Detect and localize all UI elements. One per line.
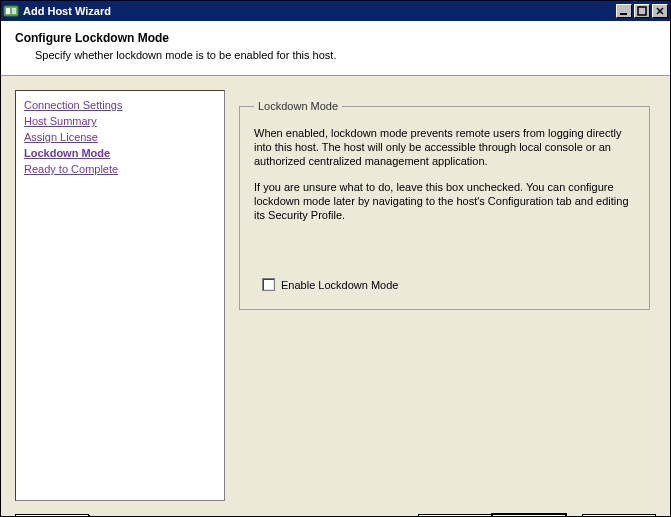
enable-lockdown-checkbox[interactable] bbox=[262, 278, 275, 291]
svg-rect-4 bbox=[638, 7, 646, 15]
lockdown-mode-group: Lockdown Mode When enabled, lockdown mod… bbox=[239, 100, 650, 310]
step-ready-to-complete[interactable]: Ready to Complete bbox=[24, 161, 216, 177]
window-title: Add Host Wizard bbox=[23, 5, 614, 17]
close-button[interactable] bbox=[652, 4, 668, 18]
group-legend: Lockdown Mode bbox=[254, 100, 342, 112]
window-controls bbox=[614, 4, 668, 18]
svg-rect-2 bbox=[12, 8, 16, 14]
wizard-footer: Help < Back Next > Cancel bbox=[1, 501, 670, 517]
minimize-button[interactable] bbox=[616, 4, 632, 18]
wizard-header: Configure Lockdown Mode Specify whether … bbox=[1, 21, 670, 76]
svg-rect-1 bbox=[6, 8, 10, 14]
step-assign-license[interactable]: Assign License bbox=[24, 129, 216, 145]
maximize-button[interactable] bbox=[634, 4, 650, 18]
svg-rect-3 bbox=[620, 13, 627, 15]
titlebar: Add Host Wizard bbox=[1, 1, 670, 21]
step-host-summary[interactable]: Host Summary bbox=[24, 113, 216, 129]
step-connection-settings[interactable]: Connection Settings bbox=[24, 97, 216, 113]
wizard-body: Connection Settings Host Summary Assign … bbox=[1, 76, 670, 501]
app-icon bbox=[3, 3, 19, 19]
content-pane: Lockdown Mode When enabled, lockdown mod… bbox=[233, 90, 656, 501]
lockdown-description-1: When enabled, lockdown mode prevents rem… bbox=[254, 126, 635, 168]
enable-lockdown-label: Enable Lockdown Mode bbox=[281, 279, 398, 291]
step-lockdown-mode: Lockdown Mode bbox=[24, 145, 216, 161]
enable-lockdown-row[interactable]: Enable Lockdown Mode bbox=[262, 278, 398, 291]
steps-sidebar: Connection Settings Host Summary Assign … bbox=[15, 90, 225, 501]
lockdown-description-2: If you are unsure what to do, leave this… bbox=[254, 180, 635, 222]
page-title: Configure Lockdown Mode bbox=[15, 31, 656, 45]
page-subtitle: Specify whether lockdown mode is to be e… bbox=[35, 49, 656, 61]
